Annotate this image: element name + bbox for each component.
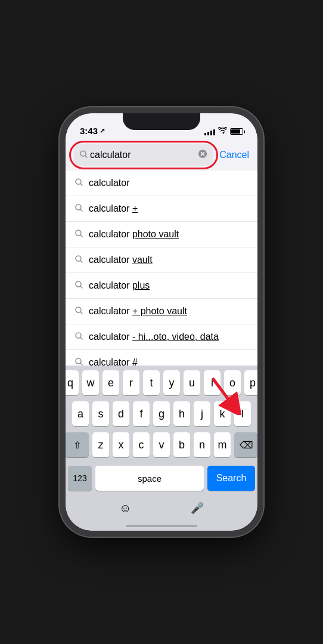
suggestion-item-6[interactable]: calculator + photo vault (66, 299, 257, 324)
keyboard-rows: q w e r t y u i o p a s d f g (66, 366, 257, 466)
phone-frame: 3:43 ↗ (60, 107, 263, 537)
search-bar-container: calculator Cancel (66, 140, 257, 171)
svg-line-1 (85, 156, 87, 157)
key-numbers[interactable]: 123 (68, 466, 92, 491)
keyboard-row-2: a s d f g h j k l (68, 401, 255, 426)
key-i[interactable]: i (204, 370, 220, 395)
suggestion-item-3[interactable]: calculator photo vault (66, 222, 257, 247)
emoji-icon[interactable]: ☺ (119, 501, 131, 515)
suggestion-search-icon-6 (75, 306, 83, 316)
key-s[interactable]: s (92, 401, 109, 426)
suggestion-text-6: calculator + photo vault (89, 306, 187, 317)
mic-icon[interactable]: 🎤 (191, 501, 204, 515)
key-v[interactable]: v (153, 432, 170, 457)
key-p[interactable]: p (244, 370, 257, 395)
wifi-icon (218, 127, 227, 136)
svg-line-20 (80, 363, 82, 365)
key-e[interactable]: e (103, 370, 119, 395)
time-display: 3:43 (80, 126, 98, 136)
signal-bar-3 (210, 131, 212, 135)
svg-line-14 (80, 286, 82, 288)
svg-line-12 (80, 261, 82, 262)
suggestion-text-2: calculator + (89, 203, 138, 214)
suggestion-text-3: calculator photo vault (89, 229, 179, 240)
suggestion-item-8[interactable]: calculator # (66, 350, 257, 366)
search-key[interactable]: Search (207, 466, 255, 491)
key-q[interactable]: q (66, 370, 79, 395)
key-m[interactable]: m (214, 432, 231, 457)
key-w[interactable]: w (82, 370, 99, 395)
key-h[interactable]: h (173, 401, 190, 426)
phone-screen: 3:43 ↗ (66, 113, 257, 531)
battery-fill (231, 129, 240, 134)
key-t[interactable]: t (143, 370, 160, 395)
suggestion-item-7[interactable]: calculator - hi...oto, video, data (66, 324, 257, 350)
key-shift[interactable]: ⇧ (66, 432, 89, 457)
key-f[interactable]: f (133, 401, 150, 426)
suggestion-text-4: calculator vault (89, 255, 153, 265)
search-input-wrapper[interactable]: calculator (74, 144, 213, 166)
key-y[interactable]: y (163, 370, 180, 395)
key-b[interactable]: b (173, 432, 190, 457)
key-x[interactable]: x (113, 432, 129, 457)
status-time: 3:43 ↗ (80, 126, 105, 136)
signal-bars (204, 128, 215, 135)
keyboard-bottom-row: 123 space Search (66, 466, 257, 491)
suggestion-search-icon-2 (75, 204, 83, 213)
search-icon (80, 150, 88, 160)
signal-bar-1 (204, 133, 206, 135)
home-indicator (126, 525, 197, 527)
svg-line-18 (80, 338, 82, 339)
suggestion-item-5[interactable]: calculator plus (66, 273, 257, 299)
key-o[interactable]: o (224, 370, 241, 395)
key-d[interactable]: d (113, 401, 129, 426)
suggestion-item-2[interactable]: calculator + (66, 196, 257, 222)
key-j[interactable]: j (194, 401, 210, 426)
svg-line-10 (80, 235, 82, 237)
key-n[interactable]: n (194, 432, 210, 457)
keyboard: q w e r t y u i o p a s d f g (66, 366, 257, 531)
suggestion-text-8: calculator # (89, 357, 138, 366)
suggestion-search-icon (75, 178, 83, 188)
signal-bar-4 (213, 129, 215, 135)
battery-icon (230, 128, 243, 135)
notch (123, 113, 200, 130)
suggestion-search-icon-8 (75, 358, 83, 366)
keyboard-row-1: q w e r t y u i o p (68, 370, 255, 395)
key-l[interactable]: l (234, 401, 251, 426)
status-icons (204, 127, 243, 136)
clear-button[interactable] (198, 149, 207, 161)
svg-line-6 (80, 184, 82, 185)
suggestion-search-icon-7 (75, 332, 83, 342)
suggestion-search-icon-5 (75, 281, 83, 290)
suggestion-text-1: calculator (89, 178, 129, 188)
key-c[interactable]: c (133, 432, 150, 457)
location-icon: ↗ (100, 127, 105, 135)
suggestion-item-1[interactable]: calculator (66, 171, 257, 196)
search-input-text[interactable]: calculator (90, 150, 198, 160)
key-u[interactable]: u (184, 370, 200, 395)
key-r[interactable]: r (123, 370, 139, 395)
svg-line-8 (80, 209, 82, 211)
cancel-button[interactable]: Cancel (219, 150, 249, 160)
key-k[interactable]: k (214, 401, 231, 426)
key-g[interactable]: g (153, 401, 170, 426)
signal-bar-2 (207, 132, 209, 135)
suggestion-text-5: calculator plus (89, 280, 150, 291)
suggestion-item-4[interactable]: calculator vault (66, 247, 257, 273)
suggestion-search-icon-3 (75, 230, 83, 239)
key-delete[interactable]: ⌫ (234, 432, 257, 457)
key-a[interactable]: a (72, 401, 89, 426)
key-space[interactable]: space (95, 466, 204, 491)
key-z[interactable]: z (92, 432, 109, 457)
keyboard-bottom-bar: ☺ 🎤 (66, 496, 257, 525)
svg-line-16 (80, 312, 82, 314)
suggestions-list: calculator calculator + (66, 171, 257, 366)
suggestion-text-7: calculator - hi...oto, video, data (89, 332, 219, 342)
keyboard-row-3: ⇧ z x c v b n m ⌫ (68, 432, 255, 457)
suggestion-search-icon-4 (75, 255, 83, 265)
